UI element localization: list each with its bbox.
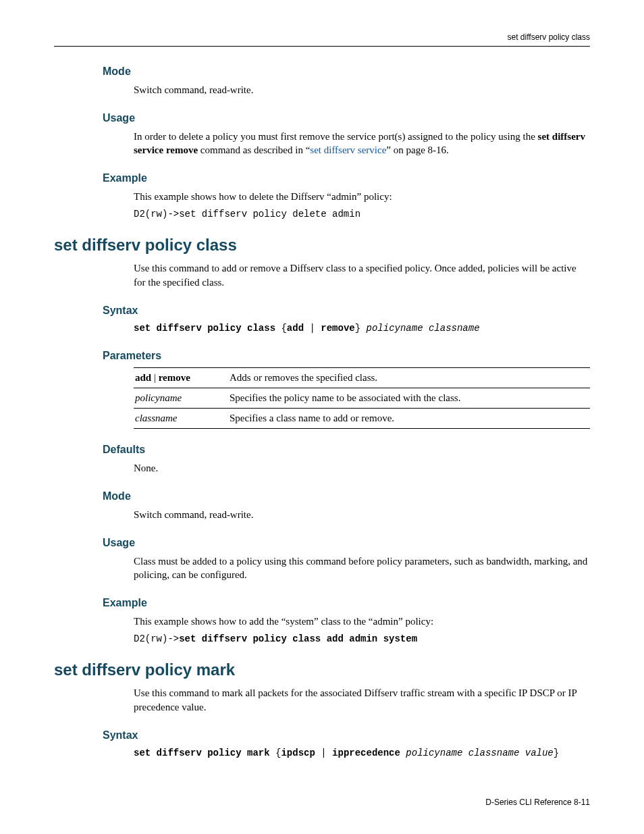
parameters-heading: Parameters	[103, 350, 590, 362]
page-footer: D-Series CLI Reference 8-11	[485, 798, 590, 807]
page: set diffserv policy class Mode Switch co…	[54, 32, 590, 807]
example-text: This example shows how to delete the Dif…	[134, 190, 590, 204]
usage-heading: Usage	[103, 537, 590, 549]
example-heading: Example	[103, 597, 590, 609]
example-code: D2(rw)->set diffserv policy delete admin	[134, 208, 590, 221]
table-row: policyname Specifies the policy name to …	[134, 388, 590, 409]
xref-link[interactable]: set diffserv service	[310, 145, 386, 155]
section-intro: Use this command to add or remove a Diff…	[134, 261, 590, 289]
defaults-text: None.	[134, 461, 590, 475]
mode-text: Switch command, read-write.	[134, 508, 590, 522]
section-title: set diffserv policy mark	[54, 660, 590, 679]
mode-heading: Mode	[103, 66, 590, 78]
usage-text: In order to delete a policy you must fir…	[134, 130, 590, 157]
usage-text: Class must be added to a policy using th…	[134, 554, 590, 582]
usage-heading: Usage	[103, 112, 590, 124]
table-row: classname Specifies a class name to add …	[134, 409, 590, 429]
parameters-table: add | remove Adds or removes the specifi…	[134, 367, 590, 429]
mode-heading: Mode	[103, 490, 590, 502]
example-text: This example shows how to add the “syste…	[134, 615, 590, 629]
running-header: set diffserv policy class	[54, 32, 590, 47]
mode-text: Switch command, read-write.	[134, 83, 590, 97]
example-heading: Example	[103, 172, 590, 184]
syntax-code: set diffserv policy mark {ipdscp | ippre…	[134, 747, 590, 760]
table-row: add | remove Adds or removes the specifi…	[134, 368, 590, 388]
syntax-heading: Syntax	[103, 305, 590, 317]
section-title: set diffserv policy class	[54, 236, 590, 255]
example-code: D2(rw)->set diffserv policy class add ad…	[134, 633, 590, 646]
syntax-code: set diffserv policy class {add | remove}…	[134, 322, 590, 336]
syntax-heading: Syntax	[103, 729, 590, 741]
section-intro: Use this command to mark all packets for…	[134, 686, 590, 714]
defaults-heading: Defaults	[103, 444, 590, 456]
